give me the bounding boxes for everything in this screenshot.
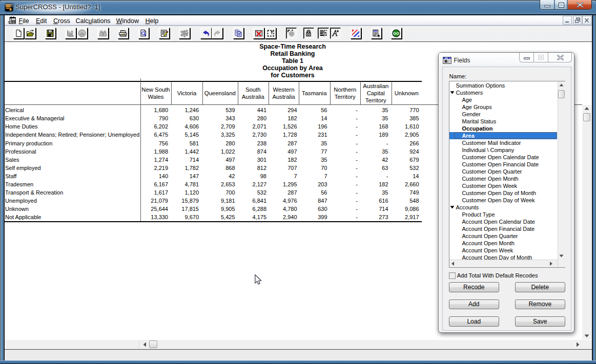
svg-text:GO: GO xyxy=(393,31,399,36)
